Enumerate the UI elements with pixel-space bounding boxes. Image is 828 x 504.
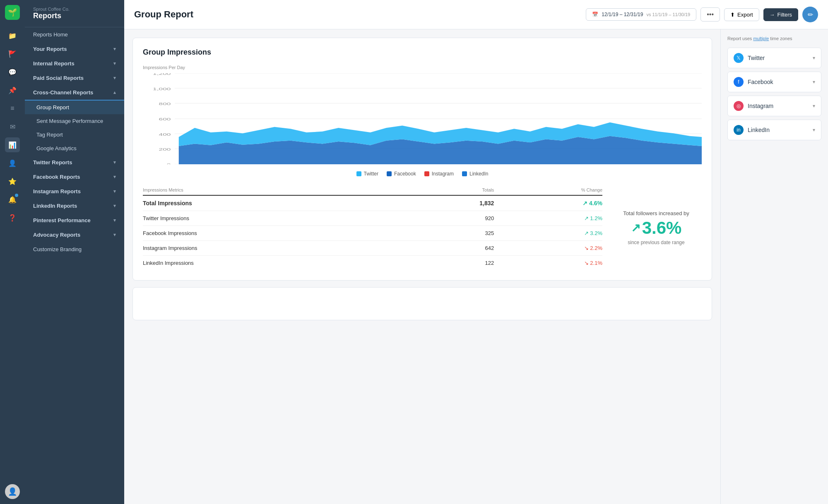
metric-label: LinkedIn Impressions — [143, 256, 420, 271]
legend-facebook: Facebook — [387, 171, 416, 177]
channel-item-twitter[interactable]: 𝕏 Twitter ▾ — [727, 48, 821, 68]
nav-icon-send[interactable]: ✉ — [5, 119, 20, 134]
chevron-icon: ▾ — [113, 160, 116, 165]
vs-label: vs 11/1/19 – 11/30/19 — [646, 12, 690, 17]
nav-icon-list[interactable]: ≡ — [5, 101, 20, 116]
chart-area: 1,200 1,000 800 600 400 200 0 — [143, 73, 702, 164]
chevron-icon: ▾ — [113, 218, 116, 223]
facebook-icon: f — [734, 77, 744, 87]
nav-icon-folder[interactable]: 📁 — [5, 28, 20, 43]
export-button[interactable]: ⬆ Export — [724, 8, 759, 21]
metric-total: 920 — [420, 211, 494, 226]
legend-linkedin: LinkedIn — [462, 171, 488, 177]
page-title: Group Report — [134, 9, 193, 20]
right-sidebar: Report uses multiple time zones 𝕏 Twitte… — [720, 29, 828, 504]
main-content: Group Report 📅 12/1/19 – 12/31/19 vs 11/… — [124, 0, 828, 504]
date-range-button[interactable]: 📅 12/1/19 – 12/31/19 vs 11/1/19 – 11/30/… — [586, 8, 696, 21]
col-totals-header: Totals — [420, 185, 494, 195]
channel-name: Instagram — [748, 103, 773, 109]
linkedin-icon: in — [734, 125, 744, 135]
metric-change: ↘ 2.2% — [494, 241, 602, 256]
metric-change: ↘ 2.1% — [494, 256, 602, 271]
timezone-link[interactable]: multiple — [753, 36, 769, 41]
filters-button[interactable]: → Filters — [763, 8, 798, 21]
chart-card-title: Group Impressions — [143, 48, 702, 57]
nav-tag-report[interactable]: Tag Report — [25, 128, 124, 142]
channel-name: Facebook — [748, 79, 773, 85]
channel-name: LinkedIn — [748, 127, 770, 133]
col-change-header: % Change — [494, 185, 602, 195]
metrics-table: Impressions Metrics Totals % Change Tota… — [143, 185, 602, 270]
nav-icon-pin[interactable]: 📌 — [5, 83, 20, 98]
metric-label: Facebook Impressions — [143, 226, 420, 241]
svg-text:400: 400 — [159, 132, 171, 137]
top-bar: Group Report 📅 12/1/19 – 12/31/19 vs 11/… — [124, 0, 828, 29]
chart-subtitle: Impressions Per Day — [143, 65, 702, 70]
metric-total: 642 — [420, 241, 494, 256]
nav-icon-star[interactable]: ⭐ — [5, 174, 20, 189]
left-navigation: Sprout Coffee Co. Reports Reports Home Y… — [25, 0, 124, 504]
metric-total: 122 — [420, 256, 494, 271]
channel-item-linkedin[interactable]: in LinkedIn ▾ — [727, 120, 821, 140]
follower-label: Total followers increased by — [623, 210, 689, 216]
nav-sent-message[interactable]: Sent Message Performance — [25, 114, 124, 128]
nav-icon-chart[interactable]: 📊 — [5, 137, 20, 152]
content-area: Group Impressions Impressions Per Day 1,… — [124, 29, 828, 504]
user-avatar[interactable]: 👤 — [5, 484, 20, 499]
nav-paid-social[interactable]: Paid Social Reports ▾ — [25, 71, 124, 85]
metric-change: ↗ 1.2% — [494, 211, 602, 226]
timezone-note: Report uses multiple time zones — [727, 36, 821, 41]
nav-reports-home[interactable]: Reports Home — [25, 27, 124, 42]
nav-google-analytics[interactable]: Google Analytics — [25, 142, 124, 155]
nav-linkedin-reports[interactable]: LinkedIn Reports ▾ — [25, 199, 124, 213]
more-icon: ••• — [707, 11, 714, 18]
nav-instagram-reports[interactable]: Instagram Reports ▾ — [25, 184, 124, 199]
chart-svg: 1,200 1,000 800 600 400 200 0 — [143, 73, 702, 164]
nav-icon-flag[interactable]: 🚩 — [5, 46, 20, 61]
channel-chevron: ▾ — [813, 103, 815, 109]
channel-chevron: ▾ — [813, 127, 815, 133]
metric-total: 325 — [420, 226, 494, 241]
chevron-icon: ▾ — [113, 203, 116, 209]
svg-text:800: 800 — [159, 101, 171, 106]
nav-group-report[interactable]: Group Report — [25, 101, 124, 114]
channel-chevron: ▾ — [813, 55, 815, 61]
nav-pinterest[interactable]: Pinterest Performance ▾ — [25, 213, 124, 228]
nav-customize[interactable]: Customize Branding — [25, 242, 124, 257]
second-card — [132, 287, 712, 320]
svg-text:200: 200 — [159, 147, 171, 151]
nav-facebook-reports[interactable]: Facebook Reports ▾ — [25, 170, 124, 184]
nav-icon-help[interactable]: ❓ — [5, 210, 20, 225]
channel-name: Twitter — [748, 55, 765, 61]
svg-text:1,200: 1,200 — [153, 73, 171, 76]
nav-internal-reports[interactable]: Internal Reports ▾ — [25, 56, 124, 71]
chevron-icon: ▾ — [113, 174, 116, 180]
chevron-icon: ▾ — [113, 232, 116, 238]
instagram-icon: ◎ — [734, 101, 744, 111]
nav-icon-bell[interactable]: 🔔 — [5, 192, 20, 207]
metric-change: ↗ 3.2% — [494, 226, 602, 241]
nav-cross-channel[interactable]: Cross-Channel Reports ▴ — [25, 85, 124, 101]
nav-advocacy[interactable]: Advocacy Reports ▾ — [25, 228, 124, 242]
chart-card: Group Impressions Impressions Per Day 1,… — [132, 38, 712, 281]
channel-item-instagram[interactable]: ◎ Instagram ▾ — [727, 96, 821, 116]
more-button[interactable]: ••• — [700, 7, 720, 22]
chevron-icon: ▾ — [113, 46, 116, 52]
channel-chevron: ▾ — [813, 79, 815, 85]
nav-your-reports[interactable]: Your Reports ▾ — [25, 42, 124, 56]
nav-twitter-reports[interactable]: Twitter Reports ▾ — [25, 155, 124, 170]
metric-change: ↗ 4.6% — [494, 195, 602, 211]
svg-text:1,000: 1,000 — [153, 86, 171, 91]
notification-dot — [15, 194, 18, 197]
report-main: Group Impressions Impressions Per Day 1,… — [124, 29, 720, 504]
legend-instagram: Instagram — [424, 171, 454, 177]
channel-item-facebook[interactable]: f Facebook ▾ — [727, 72, 821, 92]
nav-icon-chat[interactable]: 💬 — [5, 65, 20, 79]
date-range-text: 12/1/19 – 12/31/19 — [602, 12, 643, 17]
nav-icon-person[interactable]: 👤 — [5, 156, 20, 170]
edit-icon: ✏ — [808, 11, 813, 19]
legend-twitter: Twitter — [356, 171, 378, 177]
svg-text:600: 600 — [159, 117, 171, 121]
metrics-section: Impressions Metrics Totals % Change Tota… — [143, 185, 702, 270]
edit-button[interactable]: ✏ — [802, 7, 818, 22]
